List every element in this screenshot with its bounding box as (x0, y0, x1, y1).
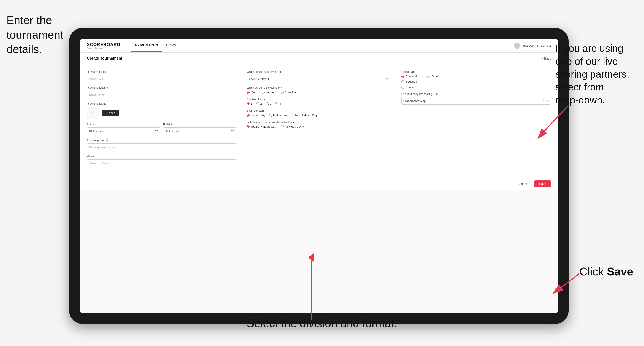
calendar-icon-end: 📅 (231, 130, 234, 133)
gender-combined[interactable]: Combined (280, 91, 298, 94)
tablet-screen: SCOREBOARD Powered by clippit TOURNAMENT… (80, 39, 558, 313)
rounds-1[interactable]: 1 (247, 102, 252, 105)
format-col-1: 5 count 4 6 count 4 6 count 5 (402, 75, 417, 89)
form-footer: Cancel Save (80, 177, 558, 190)
format-6count5[interactable]: 6 count 5 (402, 85, 417, 89)
start-date-group: Start date 📅 (87, 123, 160, 135)
gender-radio-group: Mens Womens Combined (247, 91, 391, 94)
format-col-2: Other (428, 75, 439, 89)
user-name: Test User (523, 44, 534, 47)
brand-subtitle: Powered by clippit (87, 47, 120, 49)
date-row: Start date 📅 End date 📅 (87, 123, 236, 135)
end-date-label: End date (163, 123, 236, 126)
form-col-left: Tournament Host Tournament name Tourname… (87, 70, 242, 171)
venue-chevron-icon: ▼ (232, 162, 234, 165)
division-select[interactable]: NCAA Division I (247, 75, 391, 82)
end-date-group: End date 📅 (163, 123, 236, 135)
rounds-group: Number of rounds 1 2 (247, 98, 391, 105)
svg-point-2 (92, 112, 93, 112)
scoring-group: Scoring system Stroke Play Match Play (247, 109, 391, 117)
format-type-group: Format type 5 count 4 6 count 4 (402, 70, 551, 89)
venue-group: Venue ▼ (87, 155, 236, 167)
sponsor-input[interactable] (87, 143, 236, 151)
teams-individuals-only[interactable]: Individuals Only (280, 125, 304, 128)
format-options: 5 count 4 6 count 4 6 count 5 (402, 75, 551, 89)
format-other[interactable]: Other (428, 75, 439, 78)
back-link[interactable]: Back (542, 57, 551, 60)
tournament-name-group: Tournament name (87, 86, 236, 98)
tournament-logo-group: Tournament logo Upload (87, 102, 236, 119)
tab-teams[interactable]: TEAMS (162, 39, 180, 52)
navbar-right: T Test User | Sign out (514, 43, 551, 49)
upload-button[interactable]: Upload (102, 110, 119, 116)
end-date-wrap: 📅 (163, 127, 236, 135)
annotation-partner: If you are using one of our live scoring… (555, 42, 638, 107)
calendar-icon-start: 📅 (154, 130, 158, 133)
tournament-host-group: Tournament Host (87, 70, 236, 82)
navbar-tabs: TOURNAMENTS TEAMS (130, 39, 514, 52)
navbar: SCOREBOARD Powered by clippit TOURNAMENT… (80, 39, 558, 53)
scoring-medal[interactable]: Medal Match Play (291, 114, 317, 117)
form-col-middle: Which division is the event for? NCAA Di… (242, 70, 396, 171)
teams-radio-group: Teams (+Individuals) Individuals Only (247, 125, 391, 128)
rounds-4[interactable]: 4 (276, 102, 281, 105)
rounds-label: Number of rounds (247, 98, 391, 101)
form-body: Tournament Host Tournament name Tourname… (80, 64, 558, 177)
scoring-label: Scoring system (247, 109, 391, 112)
rounds-2[interactable]: 2 (256, 102, 262, 105)
cancel-button[interactable]: Cancel (515, 180, 532, 187)
tournament-logo-label: Tournament logo (87, 102, 236, 105)
sponsor-group: Sponsor (optional) (87, 139, 236, 151)
rounds-radio-group: 1 2 3 4 (247, 102, 391, 105)
division-label: Which division is the event for? (247, 70, 391, 73)
gender-mens[interactable]: Mens (247, 91, 258, 94)
teams-plus-individuals[interactable]: Teams (+Individuals) (247, 125, 277, 128)
division-select-wrap: NCAA Division I (247, 75, 391, 82)
page-header: Create Tournament Back (80, 53, 558, 64)
teams-group: Is this event for Teams and/or Individua… (247, 121, 391, 128)
arrow-partner (521, 101, 577, 145)
tournament-host-label: Tournament Host (87, 70, 236, 73)
venue-label: Venue (87, 155, 236, 158)
gender-group: Which gender is the event for? Mens Wome… (247, 86, 391, 94)
scoring-stroke[interactable]: Stroke Play (247, 114, 265, 117)
scoring-radio-group: Stroke Play Match Play Medal Match Play (247, 114, 391, 117)
rounds-3[interactable]: 3 (266, 102, 272, 105)
content-area: Create Tournament Back Tournament Host T… (80, 53, 558, 313)
logo-placeholder (87, 107, 100, 119)
format-5count4[interactable]: 5 count 4 (402, 75, 417, 78)
annotation-enter-details: Enter the tournament details. (6, 13, 63, 57)
tournament-host-input[interactable] (87, 75, 236, 82)
save-button[interactable]: Save (534, 180, 551, 187)
annotation-save: Click Save (579, 264, 633, 279)
live-scoring-label: Use third-party live scoring API? (402, 93, 551, 96)
brand-title: SCOREBOARD (87, 42, 120, 47)
date-group: Start date 📅 End date 📅 (87, 123, 236, 135)
venue-select-wrap: ▼ (87, 159, 236, 167)
tab-tournaments[interactable]: TOURNAMENTS (130, 39, 162, 52)
division-group: Which division is the event for? NCAA Di… (247, 70, 391, 82)
end-date-input[interactable] (163, 127, 236, 135)
start-date-input[interactable] (87, 127, 160, 135)
format-6count4[interactable]: 6 count 4 (402, 80, 417, 83)
teams-label: Is this event for Teams and/or Individua… (247, 121, 391, 124)
venue-input[interactable] (87, 159, 236, 167)
sponsor-label: Sponsor (optional) (87, 139, 236, 142)
tablet-device: SCOREBOARD Powered by clippit TOURNAMENT… (69, 28, 568, 324)
start-date-wrap: 📅 (87, 127, 160, 135)
logo-upload-area: Upload (87, 107, 236, 119)
tournament-name-label: Tournament name (87, 86, 236, 89)
format-type-label: Format type (402, 70, 551, 73)
arrow-division (309, 253, 314, 322)
annotation-division: Select the division and format. (247, 316, 397, 331)
arrow-save (540, 269, 584, 300)
scoring-match[interactable]: Match Play (269, 114, 287, 117)
gender-label: Which gender is the event for? (247, 86, 391, 89)
brand-logo: SCOREBOARD Powered by clippit (87, 42, 120, 49)
separator: | (537, 44, 538, 47)
gender-womens[interactable]: Womens (262, 91, 277, 94)
sign-out-link[interactable]: Sign out (540, 44, 551, 47)
tournament-name-input[interactable] (87, 91, 236, 98)
user-avatar: T (514, 43, 520, 49)
start-date-label: Start date (87, 123, 160, 126)
